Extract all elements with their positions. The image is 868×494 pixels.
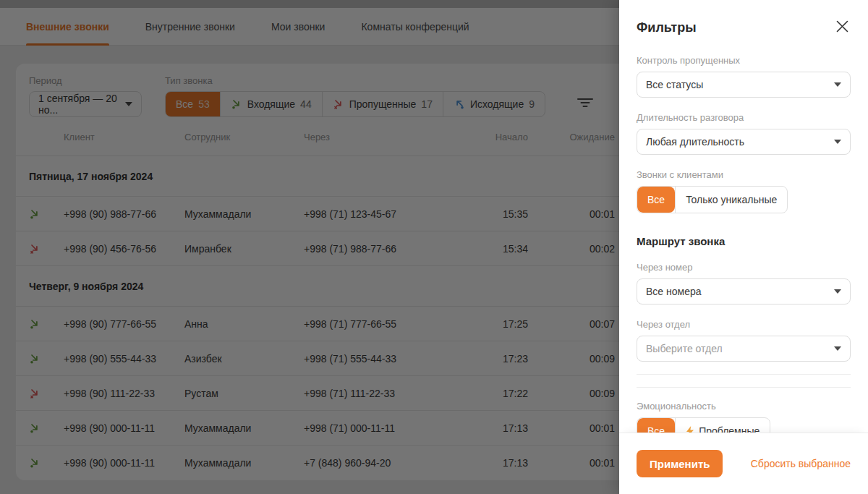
filters-drawer: Фильтры Контроль пропущенных Все статусы… [619,0,868,494]
via-number-select[interactable]: Все номера [637,278,851,305]
option-label: Только уникальные [686,194,777,205]
duration-label: Длительность разговора [637,112,851,123]
close-icon [836,20,848,35]
drawer-footer: Применить Сбросить выбранное [619,433,868,494]
chevron-down-icon [834,346,841,351]
emotion-label: Эмоциональность [637,401,851,412]
duration-select[interactable]: Любая длительность [637,129,851,155]
client-calls-segments: ВсеТолько уникальные [637,186,788,213]
divider [637,387,851,388]
missed-control-value: Все статусы [646,79,703,90]
app-window: Внешние звонкиВнутренние звонкиМои звонк… [0,0,868,494]
client-calls-option-1[interactable]: Только уникальные [675,187,787,213]
duration-value: Любая длительность [646,136,744,148]
missed-control-label: Контроль пропущенных [637,55,851,66]
divider [637,374,851,375]
via-number-value: Все номера [646,286,702,297]
missed-control-select[interactable]: Все статусы [637,72,851,98]
chevron-down-icon [834,140,841,144]
via-department-select[interactable]: Выберите отдел [637,336,851,362]
option-label: Все [647,194,665,205]
via-department-placeholder: Выберите отдел [646,343,723,354]
apply-button[interactable]: Применить [637,450,723,477]
close-button[interactable] [833,19,851,36]
chevron-down-icon [834,82,841,87]
client-calls-label: Звонки с клиентами [637,169,851,180]
reset-selected-link[interactable]: Сбросить выбранное [751,458,851,469]
client-calls-option-0[interactable]: Все [637,187,675,213]
chevron-down-icon [834,289,841,294]
drawer-title: Фильтры [637,20,697,35]
via-number-label: Через номер [637,262,851,273]
route-section-title: Маршрут звонка [637,235,851,247]
drawer-header: Фильтры [637,19,851,36]
via-department-label: Через отдел [637,319,851,330]
